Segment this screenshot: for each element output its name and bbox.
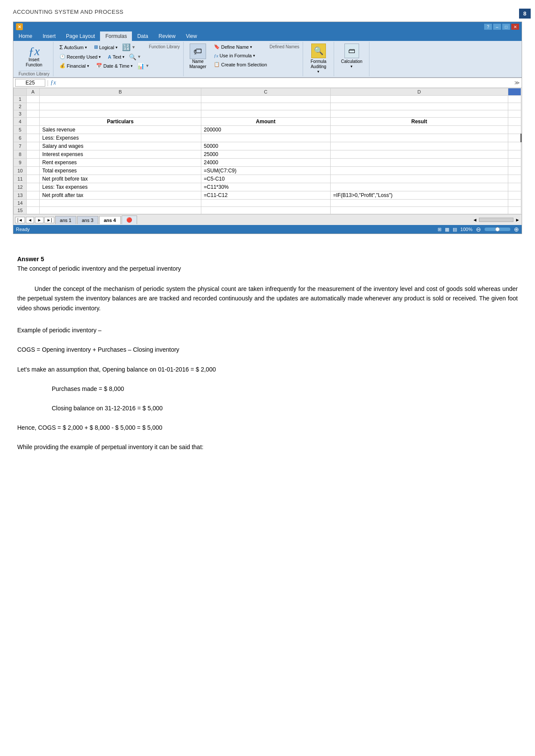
sheet-nav-first[interactable]: |◄ bbox=[15, 217, 25, 223]
cell-b6[interactable]: Less: Expenses bbox=[40, 134, 201, 142]
col-header-d[interactable]: D bbox=[330, 88, 508, 96]
sheet-tab-ans3[interactable]: ans 3 bbox=[77, 216, 98, 224]
cell-b9[interactable]: Rent expenses bbox=[40, 159, 201, 167]
name-box[interactable] bbox=[15, 79, 45, 87]
cell-a15[interactable] bbox=[27, 207, 40, 214]
cell-d13[interactable]: =IF(B13>0,"Profit","Loss") bbox=[330, 191, 508, 200]
tab-page-layout[interactable]: Page Layout bbox=[61, 31, 100, 41]
cell-a3[interactable] bbox=[27, 110, 40, 118]
cell-d11[interactable] bbox=[330, 175, 508, 183]
cell-d4[interactable]: Result bbox=[330, 118, 508, 126]
col-header-b[interactable]: B bbox=[40, 88, 201, 96]
cell-a1[interactable] bbox=[27, 96, 40, 103]
cell-d9[interactable] bbox=[330, 159, 508, 167]
cell-c2[interactable] bbox=[201, 103, 330, 110]
cell-e11[interactable] bbox=[508, 175, 521, 183]
logical-button[interactable]: ⊞ Logical ▾ bbox=[91, 43, 120, 51]
cell-c11[interactable]: =C5-C10 bbox=[201, 175, 330, 183]
cell-a5[interactable] bbox=[27, 126, 40, 134]
cell-d8[interactable] bbox=[330, 150, 508, 159]
cell-d12[interactable] bbox=[330, 183, 508, 191]
create-from-selection-button[interactable]: 📋 Create from Selection bbox=[211, 60, 269, 69]
cell-d7[interactable] bbox=[330, 142, 508, 150]
define-name-button[interactable]: 🔖 Define Name ▾ bbox=[211, 43, 269, 51]
cell-b15[interactable] bbox=[40, 207, 201, 214]
cell-a14[interactable] bbox=[27, 200, 40, 207]
cell-b3[interactable] bbox=[40, 110, 201, 118]
cell-d1[interactable] bbox=[330, 96, 508, 103]
cell-e4[interactable] bbox=[508, 118, 521, 126]
cell-e6[interactable] bbox=[508, 134, 521, 142]
tab-review[interactable]: Review bbox=[153, 31, 181, 41]
cell-d5[interactable] bbox=[330, 126, 508, 134]
date-time-button[interactable]: 📅 Date & Time ▾ bbox=[94, 62, 136, 70]
view-layout-icon[interactable]: ▦ bbox=[445, 227, 449, 232]
tab-home[interactable]: Home bbox=[13, 31, 38, 41]
sheet-nav-next[interactable]: ► bbox=[35, 217, 44, 223]
cell-b4[interactable]: Particulars bbox=[40, 118, 201, 126]
view-normal-icon[interactable]: ⊞ bbox=[438, 227, 441, 232]
cell-a12[interactable] bbox=[27, 183, 40, 191]
cell-e1[interactable] bbox=[508, 96, 521, 103]
formula-auditing-button[interactable]: 🔍 FormulaAuditing ▾ bbox=[310, 43, 327, 75]
cell-a4[interactable] bbox=[27, 118, 40, 126]
cell-b1[interactable] bbox=[40, 96, 201, 103]
cell-c3[interactable] bbox=[201, 110, 330, 118]
cell-b11[interactable]: Net profit before tax bbox=[40, 175, 201, 183]
sheet-tab-ans4[interactable]: ans 4 bbox=[99, 216, 121, 224]
sheet-tab-new[interactable]: 🔴 bbox=[122, 216, 137, 224]
cell-e15[interactable] bbox=[508, 207, 521, 214]
cell-c6[interactable] bbox=[201, 134, 330, 142]
cell-d3[interactable] bbox=[330, 110, 508, 118]
cell-b10[interactable]: Total expenses bbox=[40, 167, 201, 175]
tab-view[interactable]: View bbox=[181, 31, 202, 41]
tab-data[interactable]: Data bbox=[132, 31, 153, 41]
formula-expand-icon[interactable]: ≫ bbox=[514, 80, 520, 86]
cell-e5[interactable] bbox=[508, 126, 521, 134]
cell-b5[interactable]: Sales revenue bbox=[40, 126, 201, 134]
cell-a2[interactable] bbox=[27, 103, 40, 110]
cell-a7[interactable] bbox=[27, 142, 40, 150]
cell-c14[interactable] bbox=[201, 200, 330, 207]
cell-d2[interactable] bbox=[330, 103, 508, 110]
col-header-e[interactable] bbox=[508, 88, 521, 96]
cell-e8[interactable] bbox=[508, 150, 521, 159]
cell-a6[interactable] bbox=[27, 134, 40, 142]
minimize-button[interactable]: – bbox=[493, 24, 501, 30]
cell-c13[interactable]: =C11-C12 bbox=[201, 191, 330, 200]
calculation-button[interactable]: 🗃 Calculation ▾ bbox=[340, 43, 363, 69]
use-in-formula-button[interactable]: ƒx Use in Formula ▾ bbox=[211, 52, 269, 59]
col-header-a[interactable]: A bbox=[27, 88, 40, 96]
cell-c8[interactable]: 25000 bbox=[201, 150, 330, 159]
cell-a8[interactable] bbox=[27, 150, 40, 159]
insert-function-button[interactable]: ƒx InsertFunction bbox=[25, 44, 43, 69]
cell-b14[interactable] bbox=[40, 200, 201, 207]
cell-a13[interactable] bbox=[27, 191, 40, 200]
cell-a11[interactable] bbox=[27, 175, 40, 183]
zoom-in-button[interactable]: ⊕ bbox=[514, 226, 519, 233]
cell-e9[interactable] bbox=[508, 159, 521, 167]
tab-formulas[interactable]: Formulas bbox=[100, 31, 132, 41]
cell-c9[interactable]: 24000 bbox=[201, 159, 330, 167]
cell-e12[interactable] bbox=[508, 183, 521, 191]
cell-d14[interactable] bbox=[330, 200, 508, 207]
cell-e14[interactable] bbox=[508, 200, 521, 207]
cell-c7[interactable]: 50000 bbox=[201, 142, 330, 150]
formula-input[interactable] bbox=[58, 79, 511, 87]
cell-c12[interactable]: =C11*30% bbox=[201, 183, 330, 191]
zoom-out-button[interactable]: ⊖ bbox=[476, 226, 481, 233]
financial-button[interactable]: 💰 Financial ▾ bbox=[57, 62, 92, 70]
name-manager-button[interactable]: 🏷 NameManager bbox=[187, 43, 209, 70]
cell-c1[interactable] bbox=[201, 96, 330, 103]
text-function-button[interactable]: A Text ▾ bbox=[105, 53, 127, 61]
cell-e2[interactable] bbox=[508, 103, 521, 110]
cell-b8[interactable]: Interest expenses bbox=[40, 150, 201, 159]
cell-d15[interactable] bbox=[330, 207, 508, 214]
sheet-nav-prev[interactable]: ◄ bbox=[26, 217, 34, 223]
tab-insert[interactable]: Insert bbox=[38, 31, 61, 41]
cell-c15[interactable] bbox=[201, 207, 330, 214]
maximize-button[interactable]: □ bbox=[502, 24, 510, 30]
cell-a10[interactable] bbox=[27, 167, 40, 175]
cell-d10[interactable] bbox=[330, 167, 508, 175]
help-button[interactable]: ? bbox=[484, 24, 492, 30]
